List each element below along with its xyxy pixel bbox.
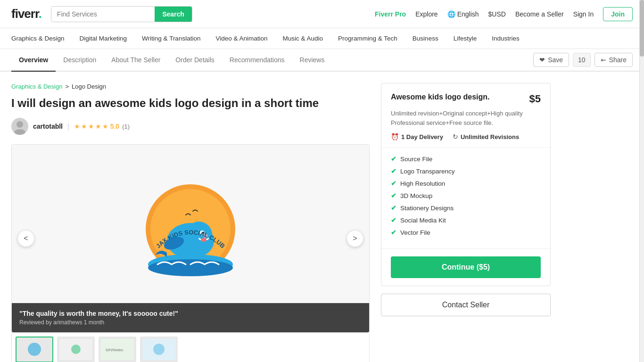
thumbnail-3[interactable]: GFZNotes <box>99 337 136 362</box>
slider-next-button[interactable]: > <box>347 230 363 247</box>
revisions-text: Unlimited Revisions <box>461 133 519 140</box>
tab-recommendations[interactable]: Recommendations <box>222 49 292 72</box>
top-nav-right: Fiverr Pro Explore 🌐 English $USD Become… <box>375 7 633 21</box>
feature-vector-file: ✔ Vector File <box>391 229 541 236</box>
tab-description[interactable]: Description <box>56 49 104 72</box>
svg-point-18 <box>71 345 81 354</box>
star-rating: ★ ★ ★ ★ ★ 5.0 (1) <box>74 123 130 130</box>
slider-caption: "The quality is worth the money, It's so… <box>12 303 369 332</box>
delivery-text: 1 Day Delivery <box>401 133 443 140</box>
search-bar: Search <box>51 6 192 22</box>
package-description: Unlimited revision+Original concept+High… <box>391 109 541 127</box>
cat-music-audio[interactable]: Music & Audio <box>283 35 323 42</box>
thumbnail-4[interactable] <box>140 337 178 362</box>
package-title-row: Awesome kids logo design. $5 <box>391 93 541 105</box>
svg-point-22 <box>153 344 165 355</box>
thumbnail-2[interactable] <box>57 337 95 362</box>
cat-programming-tech[interactable]: Programming & Tech <box>338 35 397 42</box>
caption-quote: "The quality is worth the money, It's so… <box>19 310 362 317</box>
sign-in-link[interactable]: Sign In <box>573 10 594 18</box>
continue-button[interactable]: Continue ($5) <box>391 256 541 278</box>
package-name: Awesome kids logo design. <box>391 93 490 101</box>
tab-overview[interactable]: Overview <box>11 49 56 72</box>
share-icon: ⇜ <box>601 56 606 64</box>
contact-seller-button[interactable]: Contact Seller <box>381 294 551 316</box>
feature-social-media-kit: ✔ Social Media Kit <box>391 216 541 224</box>
check-icon-4: ✔ <box>391 192 396 199</box>
tab-order-details[interactable]: Order Details <box>168 49 222 72</box>
rating-number: 5.0 <box>110 123 119 130</box>
avatar <box>11 118 28 135</box>
contact-card: Contact Seller <box>381 294 551 316</box>
cat-lifestyle[interactable]: Lifestyle <box>454 35 477 42</box>
thumbnail-1[interactable] <box>16 337 53 362</box>
join-button[interactable]: Join <box>603 7 633 21</box>
currency-selector[interactable]: $USD <box>488 10 506 18</box>
cat-graphics-design[interactable]: Graphics & Design <box>11 35 65 42</box>
caption-sub: Reviewed by arimathews 1 month <box>19 319 362 326</box>
cat-business[interactable]: Business <box>413 35 438 42</box>
svg-point-16 <box>28 343 41 356</box>
save-button[interactable]: ❤ Save <box>533 53 569 67</box>
breadcrumb-separator: > <box>65 83 69 90</box>
feature-stationery-designs: ✔ Stationery Designs <box>391 204 541 212</box>
star-4: ★ <box>95 123 101 130</box>
globe-icon: 🌐 <box>447 10 455 18</box>
delivery-meta: ⏰ 1 Day Delivery <box>391 133 443 140</box>
gig-title: I will design an awesome kids logo desig… <box>11 96 370 110</box>
check-icon-3: ✔ <box>391 180 396 187</box>
scrollbar-thumb[interactable] <box>640 0 644 57</box>
feature-source-file: ✔ Source File <box>391 155 541 163</box>
star-5: ★ <box>102 123 108 130</box>
svg-point-6 <box>148 259 233 276</box>
main-content: Graphics & Design > Logo Design I will d… <box>0 72 644 362</box>
breadcrumb-current: Logo Design <box>72 83 106 90</box>
top-navigation: fiverr. Search Fiverr Pro Explore 🌐 Engl… <box>0 0 644 28</box>
svg-text:GFZNotes: GFZNotes <box>106 348 123 352</box>
package-card: Awesome kids logo design. $5 Unlimited r… <box>381 83 551 286</box>
search-input[interactable] <box>51 7 155 22</box>
star-1: ★ <box>74 123 80 130</box>
share-button[interactable]: ⇜ Share <box>594 53 633 67</box>
review-count: (1) <box>122 123 130 130</box>
svg-point-1 <box>17 121 23 128</box>
package-actions: Continue ($5) <box>381 249 550 286</box>
breadcrumb-parent[interactable]: Graphics & Design <box>11 83 62 90</box>
thumbnail-strip: GFZNotes <box>11 333 370 362</box>
slider-prev-button[interactable]: < <box>17 230 34 247</box>
tab-about-seller[interactable]: About The Seller <box>104 49 168 72</box>
cat-digital-marketing[interactable]: Digital Marketing <box>80 35 127 42</box>
tab-reviews[interactable]: Reviews <box>292 49 332 72</box>
scrollbar[interactable] <box>639 0 644 362</box>
revisions-meta: ↻ Unlimited Revisions <box>453 133 519 140</box>
seller-info: cartotabll | ★ ★ ★ ★ ★ 5.0 (1) <box>11 118 370 135</box>
fiverr-logo[interactable]: fiverr. <box>11 7 41 21</box>
clock-icon: ⏰ <box>391 133 399 140</box>
check-icon-7: ✔ <box>391 229 396 236</box>
save-count: 10 <box>573 53 591 67</box>
feature-logo-transparency: ✔ Logo Transparency <box>391 167 541 175</box>
explore-link[interactable]: Explore <box>415 10 438 18</box>
page-tabs: Overview Description About The Seller Or… <box>0 49 644 72</box>
package-meta: ⏰ 1 Day Delivery ↻ Unlimited Revisions <box>391 133 541 140</box>
star-2: ★ <box>81 123 87 130</box>
check-icon-6: ✔ <box>391 216 396 224</box>
cat-industries[interactable]: Industries <box>492 35 520 42</box>
heart-icon: ❤ <box>539 56 545 64</box>
cat-video-animation[interactable]: Video & Animation <box>215 35 267 42</box>
breadcrumb: Graphics & Design > Logo Design <box>11 83 370 90</box>
package-price: $5 <box>529 93 541 105</box>
cat-writing-translation[interactable]: Writing & Translation <box>142 35 200 42</box>
fiverr-pro-link[interactable]: Fiverr Pro <box>375 10 406 18</box>
left-column: Graphics & Design > Logo Design I will d… <box>11 83 370 362</box>
search-button[interactable]: Search <box>155 7 192 22</box>
star-3: ★ <box>88 123 94 130</box>
package-features: ✔ Source File ✔ Logo Transparency ✔ High… <box>381 148 550 249</box>
seller-name[interactable]: cartotabll <box>33 123 63 130</box>
check-icon-1: ✔ <box>391 155 396 163</box>
tab-actions: ❤ Save 10 ⇜ Share <box>533 53 633 67</box>
language-selector[interactable]: 🌐 English <box>447 10 479 18</box>
feature-3d-mockup: ✔ 3D Mockup <box>391 192 541 199</box>
category-navigation: Graphics & Design Digital Marketing Writ… <box>0 28 644 49</box>
become-seller-link[interactable]: Become a Seller <box>515 10 564 18</box>
